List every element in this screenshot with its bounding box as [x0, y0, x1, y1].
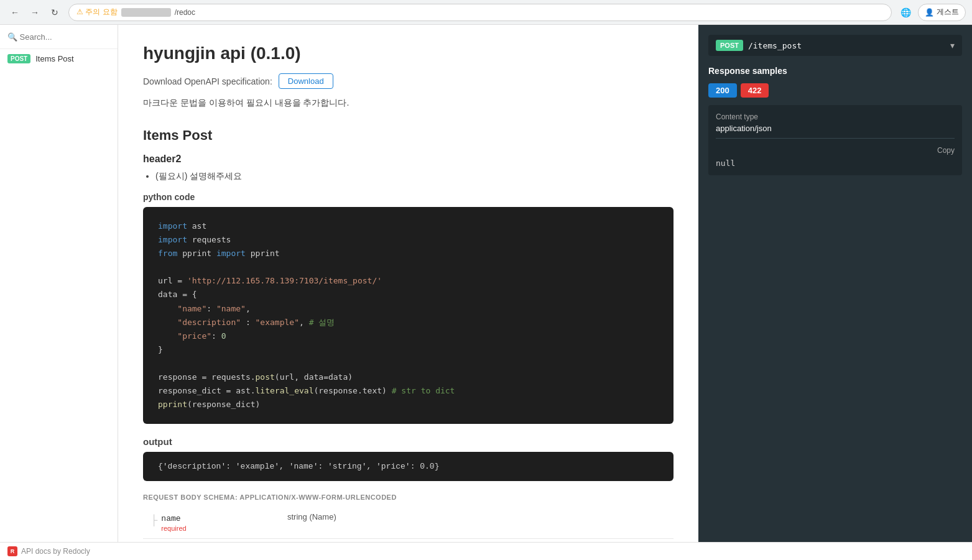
sidebar-item-label: Items Post [35, 54, 73, 63]
user-button[interactable]: 👤 게스트 [918, 4, 966, 21]
refresh-button[interactable]: ↻ [46, 4, 63, 21]
response-samples-title: Response samples [708, 66, 962, 76]
bullet-list: (필요시) 설명해주세요 [155, 171, 673, 182]
tab-422[interactable]: 422 [741, 83, 769, 98]
output-label: output [143, 436, 673, 447]
warning-icon: ⚠ 주의 요함 [76, 7, 118, 17]
endpoint-path: /items_post [748, 41, 945, 50]
output-line: {'description': 'example', 'name': 'stri… [158, 462, 439, 471]
python-code-label: python code [143, 192, 673, 202]
response-tabs: 200 422 [708, 83, 962, 98]
user-label: 게스트 [937, 7, 959, 17]
tab-200[interactable]: 200 [708, 83, 737, 98]
content-type-value: application/json [716, 124, 955, 139]
right-panel: POST /items_post ▾ Response samples 200 … [698, 25, 972, 542]
main-content: hyungjin api (0.1.0) Download OpenAPI sp… [118, 25, 698, 542]
schema-header: REQUEST BODY SCHEMA: application/x-www-f… [143, 493, 673, 501]
translate-button[interactable]: 🌐 [897, 4, 914, 21]
api-docs-label: API docs by Redocly [21, 547, 90, 556]
post-badge: POST [716, 40, 743, 51]
response-body: Content type application/json Copy null [708, 105, 962, 175]
field-type-name: string (Name) [280, 506, 673, 528]
header2: header2 [143, 154, 673, 165]
description-text: 마크다운 문법을 이용하여 필요시 내용을 추가합니다. [143, 98, 673, 109]
schema-row-name: ├ name required string (Name) [143, 506, 673, 539]
field-name-group: name required [161, 512, 186, 532]
openapi-spec-label: Download OpenAPI specification: [143, 76, 272, 86]
api-docs-bar: R API docs by Redocly [0, 542, 972, 560]
field-name: name [161, 514, 180, 523]
sidebar: POST Items Post [0, 25, 118, 542]
nav-buttons: ← → ↻ [6, 4, 63, 21]
chevron-down-icon: ▾ [950, 40, 955, 50]
section-title: Items Post [143, 127, 673, 144]
schema-section: REQUEST BODY SCHEMA: application/x-www-f… [143, 493, 673, 542]
download-button[interactable]: Download [279, 73, 333, 89]
redoc-icon: R [7, 546, 17, 556]
schema-field-name-cell: ├ name required [143, 506, 280, 538]
openapi-spec-row: Download OpenAPI specification: Download [143, 73, 673, 89]
browser-actions: 🌐 👤 게스트 [897, 4, 966, 21]
right-panel-inner: POST /items_post ▾ Response samples 200 … [698, 25, 972, 185]
endpoint-bar[interactable]: POST /items_post ▾ [708, 35, 962, 56]
app-container: POST Items Post hyungjin api (0.1.0) Dow… [0, 25, 972, 542]
browser-bar: ← → ↻ ⚠ 주의 요함 /redoc 🌐 👤 게스트 [0, 0, 972, 25]
search-input[interactable] [7, 32, 110, 42]
search-bar[interactable] [0, 25, 118, 49]
sidebar-item-items-post[interactable]: POST Items Post [0, 49, 118, 68]
user-icon: 👤 [925, 8, 934, 17]
domain-redacted [121, 8, 171, 17]
address-bar[interactable]: ⚠ 주의 요함 /redoc [68, 4, 892, 21]
bullet-item: (필요시) 설명해주세요 [155, 171, 673, 182]
code-block-python: import ast import requests from pprint i… [143, 207, 673, 424]
content-type-label: Content type [716, 112, 955, 121]
field-required: required [161, 525, 186, 532]
back-button[interactable]: ← [6, 4, 24, 21]
page-title: hyungjin api (0.1.0) [143, 44, 673, 63]
method-badge-post: POST [7, 54, 30, 63]
copy-button[interactable]: Copy [937, 146, 955, 155]
connector-icon: ├ [150, 512, 157, 532]
url-text: /redoc [175, 8, 195, 17]
response-null: null [716, 158, 955, 168]
forward-button[interactable]: → [26, 4, 44, 21]
output-block: {'description': 'example', 'name': 'stri… [143, 452, 673, 481]
